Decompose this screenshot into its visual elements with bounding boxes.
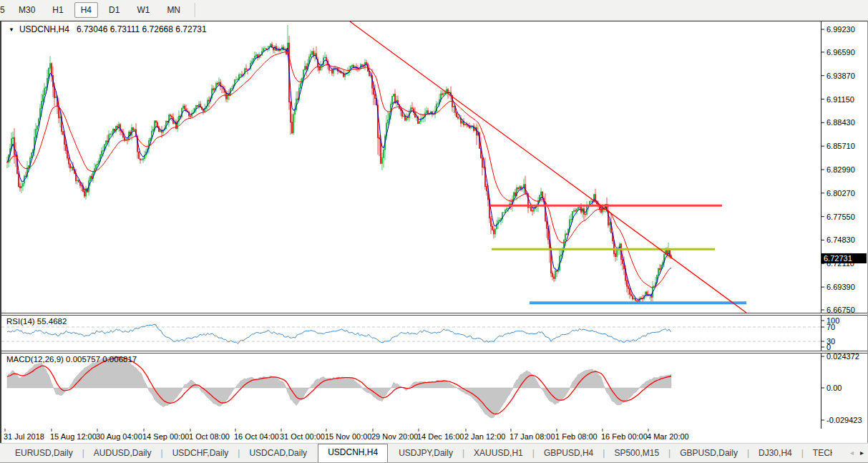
price-axis-label: 6.66750 xyxy=(826,306,855,313)
tab-scroll-arrows: ◂ ▸ xyxy=(832,444,868,462)
chart-tab-USDCHF-Daily[interactable]: USDCHF,Daily xyxy=(163,445,238,462)
candle-wicks-up xyxy=(7,25,668,303)
time-axis-label: 4 Mar 20:00 xyxy=(647,432,689,441)
chart-tab-USDCAD-Daily[interactable]: USDCAD,Daily xyxy=(240,445,316,462)
mt4-window: 5 M30H1H4D1W1MN ▼ USDCNH,H4 6.73046 6.73… xyxy=(0,0,868,463)
time-axis-label: 14 Dec 16:00 xyxy=(417,432,464,441)
timeframe-toolbar: 5 M30H1H4D1W1MN xyxy=(0,0,868,21)
price-axis-label: 6.93870 xyxy=(826,72,855,80)
macd-indicator-label: MACD(12,26,9) 0.005757 0.006817 xyxy=(6,355,137,364)
main-chart-canvas[interactable]: 6.992306.965906.938706.911506.884306.857… xyxy=(1,21,867,313)
timeframe-button-MN[interactable]: MN xyxy=(160,2,187,18)
price-axis-label: 6.91150 xyxy=(826,95,854,104)
time-axis-label: 17 Jan 08:00 xyxy=(509,432,555,441)
timeframe-button-H1[interactable]: H1 xyxy=(46,2,69,18)
price-axis-label: 6.85710 xyxy=(826,142,855,150)
time-axis-label: 31 Oct 00:00 xyxy=(280,432,325,441)
chart-tab-EURUSD-Daily[interactable]: EURUSD,Daily xyxy=(6,445,82,462)
time-axis-label: 29 Nov 20:00 xyxy=(371,432,418,441)
time-axis-label: 16 Feb 00:00 xyxy=(601,432,648,441)
time-axis-canvas: 31 Jul 201815 Aug 12:0030 Aug 04:0014 Se… xyxy=(1,429,867,443)
macd-pane[interactable]: 0.0243720.00-0.029423 xyxy=(1,354,867,429)
macd-axis-label: 0.024372 xyxy=(826,354,859,361)
main-price-pane[interactable]: 6.992306.965906.938706.911506.884306.857… xyxy=(1,21,867,313)
time-axis-label: 31 Jul 2018 xyxy=(4,432,44,441)
current-price-tag: 6.72731 xyxy=(821,253,867,263)
candle-bodies-down xyxy=(14,43,671,302)
rsi-pane[interactable]: 10070300 xyxy=(1,316,867,351)
tab-scroll-left-icon[interactable]: ◂ xyxy=(850,449,854,457)
ma-fast-line xyxy=(7,47,671,300)
time-axis-label: 30 Aug 04:00 xyxy=(96,432,142,441)
time-axis-label: 1 Feb 08:00 xyxy=(555,432,598,441)
macd-axis-label: -0.029423 xyxy=(826,416,862,424)
toolbar-separator xyxy=(195,3,196,17)
chart-tab-USDJPY-Daily[interactable]: USDJPY,Daily xyxy=(389,445,462,462)
trendline-object xyxy=(350,21,746,313)
price-axis-label: 6.69390 xyxy=(826,283,855,291)
chart-tab-GBPUSD-H4[interactable]: GBPUSD,H4 xyxy=(535,445,603,462)
candle-bodies-up xyxy=(7,43,668,302)
chart-tab-GBPUSD-Daily[interactable]: GBPUSD,Daily xyxy=(670,445,747,462)
price-axis-label: 6.74830 xyxy=(826,235,855,244)
price-axis-label: 6.96590 xyxy=(826,48,855,57)
tab-scroll-right-icon[interactable]: ▸ xyxy=(860,449,864,457)
rsi-axis-label: 70 xyxy=(826,323,835,331)
chart-tab-XAUUSD-H1[interactable]: XAUUSD,H1 xyxy=(464,445,532,462)
time-axis-row: 31 Jul 201815 Aug 12:0030 Aug 04:0014 Se… xyxy=(1,429,867,443)
rsi-axis-label: 0 xyxy=(826,343,831,351)
time-axis-label: 15 Aug 12:00 xyxy=(50,432,97,441)
price-axis-label: 6.88430 xyxy=(826,118,855,127)
timeframe-button-D1[interactable]: D1 xyxy=(102,2,126,18)
timeframe-button-M30[interactable]: M30 xyxy=(12,2,42,18)
time-axis-label: 2 Jan 12:00 xyxy=(464,432,506,441)
macd-histogram-area xyxy=(7,356,671,418)
price-axis-label: 6.82990 xyxy=(826,165,855,174)
time-axis-label: 15 Nov 00:00 xyxy=(325,432,371,441)
rsi-canvas[interactable]: 10070300 xyxy=(1,316,867,351)
chart-tab-bar: EURUSD,Daily|AUDUSD,Daily|USDCHF,Daily|U… xyxy=(0,443,868,463)
ma-slow-line xyxy=(7,52,671,288)
chart-tab-DJ30-H4[interactable]: DJ30,H4 xyxy=(749,445,801,462)
price-axis-label: 6.77550 xyxy=(826,213,855,221)
rsi-indicator-label: RSI(14) 55.4682 xyxy=(6,317,67,326)
timeframe-button-partial[interactable]: 5 xyxy=(0,5,7,15)
chart-tab-SP500-M15[interactable]: SP500,M15 xyxy=(605,445,668,462)
price-axis-label: 6.99230 xyxy=(826,25,855,34)
time-axis-label: 14 Sep 00:00 xyxy=(142,432,189,441)
chart-window: ▼ USDCNH,H4 6.73046 6.73111 6.72668 6.72… xyxy=(0,21,868,443)
price-axis-label: 6.80270 xyxy=(826,189,855,198)
timeframe-button-W1[interactable]: W1 xyxy=(130,2,156,18)
macd-axis-label: 0.00 xyxy=(826,384,842,392)
timeframe-buttons-group: M30H1H4D1W1MN xyxy=(10,2,189,18)
timeframe-button-H4[interactable]: H4 xyxy=(74,2,98,18)
candle-wicks-down xyxy=(14,36,671,304)
time-axis-label: 1 Oct 08:00 xyxy=(189,432,230,441)
chart-tab-AUDUSD-Daily[interactable]: AUDUSD,Daily xyxy=(84,445,161,462)
macd-canvas[interactable]: 0.0243720.00-0.029423 xyxy=(1,354,867,429)
time-axis-label: 16 Oct 04:00 xyxy=(234,432,279,441)
chart-tab-USDCNH-H4[interactable]: USDCNH,H4 xyxy=(318,444,388,462)
